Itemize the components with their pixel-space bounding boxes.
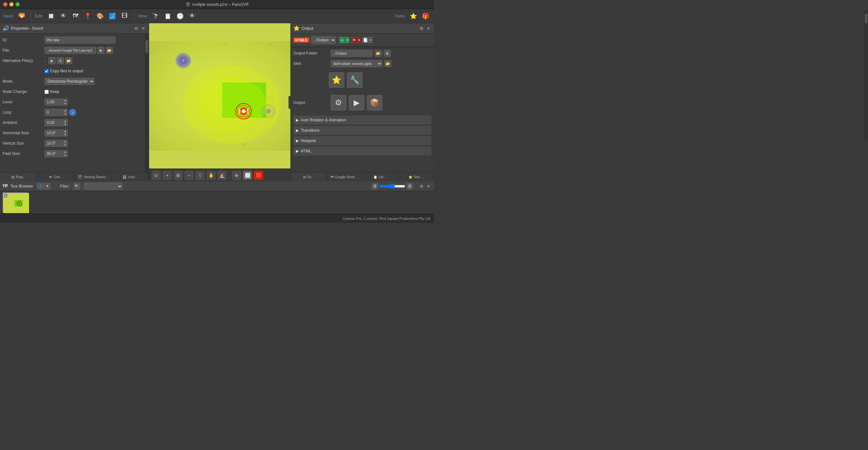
vp-color-btn[interactable]: 🟥 bbox=[254, 171, 263, 180]
vp-target-btn[interactable]: ⊕ bbox=[232, 171, 241, 180]
tab-tour[interactable]: ⭐ Tour ... bbox=[398, 173, 434, 181]
field-size-input[interactable] bbox=[44, 150, 62, 157]
vp-compass-btn[interactable]: ⊙ bbox=[152, 171, 161, 180]
loop-down-btn[interactable]: ▼ bbox=[63, 112, 68, 116]
level-spinner-btns[interactable]: ▲ ▼ bbox=[63, 98, 68, 106]
tour-arrow-btn[interactable]: ▼ bbox=[44, 183, 51, 189]
vert-size-up-btn[interactable]: ▲ bbox=[63, 140, 68, 143]
tab-google-street[interactable]: 🗺 Google Street ... bbox=[327, 173, 362, 181]
panel-close-btn[interactable]: ✕ bbox=[141, 26, 146, 31]
transitions-section[interactable]: ▶ Transitions bbox=[293, 126, 431, 135]
vp-path-btn[interactable]: ↔ bbox=[185, 171, 194, 180]
tab-output[interactable]: ⊞ Ou... bbox=[291, 173, 327, 181]
panel-controls[interactable]: ⚙ ✕ bbox=[133, 26, 146, 31]
output-generate-icon[interactable]: ⚙ bbox=[331, 95, 346, 111]
vp-grid-btn[interactable]: ⊞ bbox=[174, 171, 183, 180]
view-binoculars-btn[interactable]: 🔭 bbox=[150, 11, 161, 21]
skin-select[interactable]: $d/multiple sounds.ggsk bbox=[331, 60, 382, 67]
minimize-button[interactable] bbox=[9, 2, 13, 6]
edit-view-btn[interactable]: 👁 bbox=[58, 11, 68, 21]
tab-list[interactable]: 📋 List ... bbox=[362, 173, 398, 181]
file-input[interactable] bbox=[44, 47, 96, 54]
output-header-controls[interactable]: ⚙ ✕ bbox=[418, 26, 431, 31]
tour-browser-settings-btn[interactable]: ⚙ bbox=[418, 183, 424, 189]
loop-info-btn[interactable]: i bbox=[69, 109, 76, 116]
ambient-down-btn[interactable]: ▼ bbox=[63, 123, 68, 126]
alt-folder-btn[interactable]: 📂 bbox=[65, 57, 72, 64]
filter-icon-btn[interactable]: 🔍 bbox=[73, 183, 80, 189]
horiz-size-input[interactable] bbox=[44, 129, 62, 137]
level-up-btn[interactable]: ▲ bbox=[63, 98, 68, 102]
vp-filter-btn[interactable]: ▽ bbox=[195, 171, 205, 180]
view-clipboard-btn[interactable]: 📋 bbox=[163, 11, 173, 21]
close-button[interactable] bbox=[3, 2, 7, 6]
output-folder-input[interactable] bbox=[331, 50, 373, 57]
remove-output-btn[interactable]: ✕ ▼ bbox=[351, 37, 361, 43]
skin-star-icon[interactable]: ⭐ bbox=[329, 72, 344, 88]
edit-hotspot-btn[interactable]: 📍 bbox=[83, 11, 93, 21]
tour-add-btn[interactable]: 👤 bbox=[37, 183, 43, 189]
mode-select[interactable]: Directional Rectangular Ambient Point bbox=[44, 78, 95, 85]
tour-zoom-slider[interactable] bbox=[379, 184, 405, 189]
add-output-btn[interactable]: + ▼ bbox=[339, 37, 349, 43]
panel-settings-btn[interactable]: ⚙ bbox=[133, 26, 139, 31]
tour-thumbnail-1[interactable]: 1 bbox=[3, 192, 28, 212]
output-package-icon[interactable]: 📦 bbox=[367, 95, 382, 111]
ambient-input[interactable] bbox=[44, 119, 62, 126]
horiz-size-btns[interactable]: ▲ ▼ bbox=[63, 129, 68, 137]
alt-play-btn[interactable]: ▶ bbox=[49, 57, 56, 64]
output-close-btn[interactable]: ✕ bbox=[426, 26, 431, 31]
skin-tools-icon[interactable]: 🔧 bbox=[347, 72, 362, 88]
output-format-select[interactable]: ../Output bbox=[311, 36, 336, 44]
edit-patch-btn[interactable]: 🔲 bbox=[46, 11, 56, 21]
skin-browse-btn[interactable]: 📂 bbox=[384, 60, 392, 67]
vp-hand-btn[interactable]: ✋ bbox=[207, 171, 216, 180]
auto-rotation-section[interactable]: ▶ Auto Rotation & Animation bbox=[293, 116, 431, 125]
tab-user[interactable]: 🖼 User... bbox=[112, 173, 149, 181]
node-change-checkbox[interactable] bbox=[44, 90, 49, 94]
window-controls[interactable] bbox=[3, 2, 20, 6]
level-input[interactable] bbox=[44, 98, 62, 106]
tab-viewing-params[interactable]: 🎬 Viewing Param... bbox=[74, 173, 112, 181]
vert-size-down-btn[interactable]: ▼ bbox=[63, 143, 68, 147]
output-folder-browse-btn[interactable]: 📂 bbox=[375, 50, 382, 57]
tab-properties[interactable]: ⊞ Prop... bbox=[0, 173, 37, 181]
loop-input[interactable] bbox=[44, 109, 62, 116]
tour-zoom-slider-left[interactable]: 🖼 bbox=[372, 183, 378, 189]
ambient-spinner-btns[interactable]: ▲ ▼ bbox=[63, 119, 68, 126]
tools-star-btn[interactable]: ⭐ bbox=[408, 11, 418, 21]
vp-flag-btn[interactable]: ⛵ bbox=[217, 171, 226, 180]
filter-select[interactable] bbox=[84, 183, 123, 190]
output-settings-btn[interactable]: ⚙ bbox=[418, 26, 424, 31]
html-section[interactable]: ▶ HTML bbox=[293, 147, 431, 156]
input-panorama-btn[interactable]: 🌄 bbox=[17, 11, 27, 21]
edit-node-btn[interactable]: 🗺 bbox=[70, 11, 81, 21]
alt-settings-btn[interactable]: ⚙ bbox=[57, 57, 64, 64]
vp-add-btn[interactable]: + bbox=[163, 171, 172, 180]
field-size-btns[interactable]: ▲ ▼ bbox=[63, 150, 68, 157]
viewport[interactable]: 30 30 -30 -30 bbox=[149, 23, 290, 181]
edit-skin-btn[interactable]: 🎨 bbox=[95, 11, 105, 21]
viewport-resize-handle[interactable]: ⋮ bbox=[288, 96, 290, 109]
hotspots-section[interactable]: ▶ Hotspots bbox=[293, 136, 431, 145]
tour-browser-close-btn[interactable]: ✕ bbox=[426, 183, 431, 189]
maximize-button[interactable] bbox=[16, 2, 20, 6]
level-down-btn[interactable]: ▼ bbox=[63, 102, 68, 106]
output-folder-delete-btn[interactable]: 🗑 bbox=[384, 50, 391, 57]
file-play-btn[interactable]: ▶ bbox=[97, 47, 104, 54]
view-eye-btn[interactable]: 👁 bbox=[187, 11, 197, 21]
view-clock-btn[interactable]: 🕐 bbox=[175, 11, 185, 21]
vert-size-input[interactable] bbox=[44, 140, 62, 147]
horiz-size-up-btn[interactable]: ▲ bbox=[63, 129, 68, 133]
edit-film-btn[interactable]: 🎞 bbox=[119, 11, 130, 21]
horiz-size-down-btn[interactable]: ▼ bbox=[63, 133, 68, 137]
ambient-up-btn[interactable]: ▲ bbox=[63, 119, 68, 123]
output-file-action-btn[interactable]: 📄 ▼ bbox=[362, 37, 373, 43]
edit-map-btn[interactable]: 🗾 bbox=[107, 11, 118, 21]
id-input[interactable] bbox=[44, 36, 116, 43]
tools-gift-btn[interactable]: 🎁 bbox=[421, 11, 431, 21]
tour-browser-controls[interactable]: 👤 ▼ bbox=[37, 183, 51, 189]
field-size-down-btn[interactable]: ▼ bbox=[63, 154, 68, 157]
props-scrollbar[interactable] bbox=[145, 34, 149, 172]
field-size-up-btn[interactable]: ▲ bbox=[63, 150, 68, 154]
